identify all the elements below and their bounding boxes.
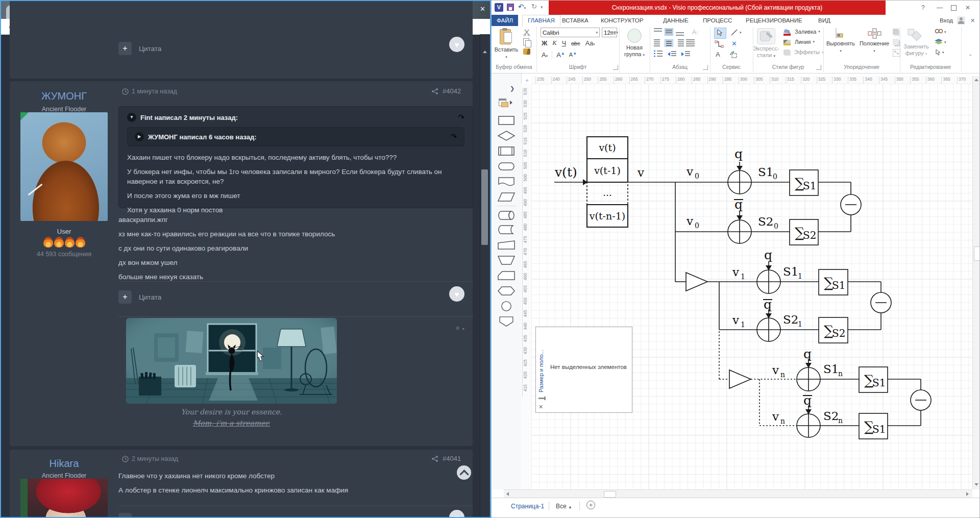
quote-button-label[interactable]: Цитата [139,45,161,53]
tab-data[interactable]: ДАННЫЕ [663,17,689,23]
share-icon[interactable] [431,455,438,462]
pin-icon[interactable] [538,398,544,399]
panel-close-icon[interactable]: ✕ [538,404,543,410]
add-page-icon[interactable]: + [586,501,595,509]
quoted-author[interactable]: ЖУМОНГ [148,133,178,141]
rotate-tool-button[interactable] [729,51,739,59]
quote-plus-button[interactable]: + [118,513,132,518]
save-icon[interactable] [507,4,514,11]
signature-link[interactable]: Mom, i'm a streamer. [126,419,337,427]
maximize-icon[interactable] [951,5,957,11]
font-size-select[interactable]: 12пт▾ [602,28,617,37]
shape-connector[interactable] [497,301,516,312]
shape-process[interactable] [497,115,516,126]
scrollbar-thumb[interactable] [974,246,980,261]
shape-preparation[interactable] [497,285,516,297]
shape-direct-data[interactable] [497,210,516,221]
copy-icon[interactable] [523,38,529,45]
cut-icon[interactable] [523,29,530,36]
scroll-top-button[interactable] [457,465,471,480]
change-case-button[interactable]: Aa▾ [585,40,595,47]
like-button[interactable]: ♥ [449,510,464,518]
shape-stored-data[interactable] [497,224,516,235]
paste-icon[interactable] [499,28,514,45]
quoted-author[interactable]: Fint [140,114,153,121]
quote-plus-button[interactable]: + [118,290,132,304]
align-left-icon[interactable] [654,39,663,47]
qat-customize-icon[interactable]: ▾ [541,5,543,10]
drawing-canvas[interactable]: v(t) v(t) v(t-1) ... v(t-n-1) v v 0 q S1… [531,84,972,489]
close-document-icon[interactable]: ✕ [970,17,975,24]
tab-insert[interactable]: ВСТАВКА [562,17,589,23]
align-center-icon[interactable] [665,39,673,47]
align-middle-icon[interactable] [665,28,673,36]
avatar-image[interactable] [20,112,108,221]
signature-image[interactable] [126,318,337,404]
shape-document[interactable] [497,176,516,187]
increase-indent-icon[interactable] [681,51,690,57]
quote-plus-button[interactable]: + [118,42,132,55]
tab-review[interactable]: РЕЦЕНЗИРОВАНИЕ [746,17,802,23]
bullets-icon[interactable] [654,51,663,58]
shape-manual-operation[interactable] [497,239,516,251]
avatar-image[interactable] [20,479,108,518]
post-author[interactable]: ЖУМОНГ [10,90,118,102]
expand-shapes-icon[interactable]: ❯ [510,85,514,92]
all-pages-button[interactable]: Все ▲ [556,503,572,510]
post-number[interactable]: #4041 [443,455,461,462]
tab-process[interactable]: ПРОЦЕСС [703,17,732,23]
layers-button[interactable]: ▾ [935,39,946,45]
like-button[interactable]: ♥ [449,37,464,52]
align-button[interactable]: Выровнять▾ [824,40,857,54]
tab-home[interactable]: ГЛАВНАЯ [522,15,560,26]
font-name-select[interactable]: Calibri▾ [541,28,600,37]
connector-tool-button[interactable] [715,40,724,48]
collapse-ribbon-icon[interactable]: ⌃ [968,54,972,59]
connection-point-tool-button[interactable]: ✕ [731,40,737,47]
scrollbar-track[interactable] [480,34,491,518]
goto-quote-icon[interactable]: ↷ [450,132,457,141]
italic-button[interactable]: К [552,39,556,47]
shape-decision[interactable] [497,130,516,141]
post-author[interactable]: Hikara [10,458,118,470]
scrollbar-thumb[interactable] [604,491,616,498]
strikethrough-button[interactable]: abc [571,40,580,46]
format-painter-icon[interactable] [523,48,530,55]
paragraph-dialog-launcher[interactable] [703,65,708,70]
shape-card[interactable] [497,270,516,281]
like-button[interactable]: ♥ [449,286,464,302]
align-right-icon[interactable] [675,39,684,47]
sign-in-link[interactable]: Вход [940,17,953,23]
decrease-indent-icon[interactable] [668,51,676,57]
shape-styles-dialog-launcher[interactable] [816,65,821,70]
select-button[interactable]: ▾ [935,49,944,56]
shape-offpage[interactable] [497,316,516,327]
quote-button-label[interactable]: Цитата [139,516,161,518]
help-icon[interactable]: ? [921,4,925,11]
minimize-icon[interactable]: — [937,4,943,11]
shape-manual-input[interactable] [497,255,516,266]
font-dialog-launcher[interactable] [613,65,618,70]
page-tab[interactable]: Страница-1 [511,503,544,510]
expand-quote-icon[interactable]: ▶ [135,132,144,141]
grow-font-button[interactable]: A▲ [556,51,565,59]
goto-quote-icon[interactable]: ↷ [458,113,464,122]
text-direction-icon[interactable]: A⤴ [692,29,698,36]
text-tool-button[interactable]: A [716,51,720,58]
fill-button[interactable]: Заливка▾ [783,28,820,36]
vertical-scrollbar[interactable] [972,76,980,489]
quote-button-label[interactable]: Цитата [139,293,161,301]
account-icon[interactable] [957,16,965,24]
underline-button[interactable]: Ч [562,40,566,47]
scroll-up-icon[interactable] [974,79,978,81]
scroll-right-icon[interactable] [966,492,969,496]
close-icon[interactable]: ✕ [965,4,970,11]
redo-icon[interactable]: ↻ [531,3,537,10]
shrink-font-button[interactable]: A▼ [569,52,577,58]
scrollbar-thumb[interactable] [481,169,488,245]
tab-design[interactable]: КОНСТРУКТОР [601,17,643,23]
horizontal-scrollbar[interactable] [504,489,972,498]
tab-view[interactable]: ВИД [818,17,830,23]
stencil-icon[interactable] [499,98,509,107]
align-top-icon[interactable] [654,28,663,36]
